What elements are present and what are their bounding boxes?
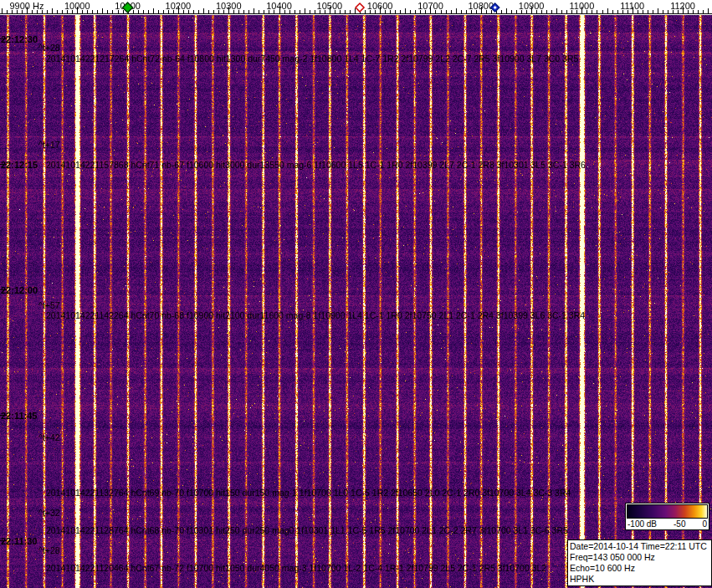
echo-offset-label: ^t+28 [38,43,60,53]
echo-offset-label: ^t+57 [38,300,60,310]
detection-text: 20141014221128764 hCnt68 nb-70 f10301 hi… [46,525,568,535]
detection-text: 20141014221142264 hCnt70 nb-68 f10900 hi… [46,310,585,320]
time-label: 22:12:00 [1,285,38,295]
info-panel: Date=2014-10-14 Time=22:11 UTC Freq=143 … [567,539,712,586]
db-scale-legend: -100 dB -50 0 [625,503,709,530]
echo-offset-label: ^t+17 [38,140,60,150]
time-label: 22:12:15 [1,160,38,170]
db-mid-label: -50 [674,519,685,529]
spectrogram-canvas [0,15,712,588]
db-max-label: 0 [702,519,707,529]
echo-offset-label: ^t+28 [38,545,60,555]
detection-text: 20141014221217264 hCnt72 nb-64 f10800 hi… [46,54,578,64]
detection-text: 20141014221132764 hCnt69 nb-70 f10700 hi… [46,488,571,498]
echo-frequency-text: Echo=10 600 Hz [570,563,709,574]
spectrogram-area: 22:12:30 22:12:15 22:12:00 22:11:45 22:1… [0,15,712,588]
db-scale-labels: -100 dB -50 0 [627,519,708,529]
echo-offset-label: ^t+42 [38,432,60,442]
date-time-text: Date=2014-10-14 Time=22:11 UTC [570,541,709,552]
meteor-spectrogram-display: 22:12:30 22:12:15 22:12:00 22:11:45 22:1… [0,0,712,588]
db-min-label: -100 dB [627,519,657,529]
detection-text: 20141014221157868 hCnt71 nb-67 f10600 hi… [46,160,586,170]
time-label: 22:11:45 [1,411,37,421]
frequency-text: Freq=143 050 000 Hz [570,552,709,563]
time-label: 22:12:30 [1,34,38,44]
db-gradient-bar [627,504,708,519]
detection-text: 20141014221120464 hCnt67 nb-72 f10700 hi… [46,563,546,573]
frequency-ruler [0,0,712,15]
echo-offset-label: ^t+32 [38,508,60,518]
station-code-text: HPHK [570,574,709,585]
time-label: 22:11:30 [1,536,37,546]
